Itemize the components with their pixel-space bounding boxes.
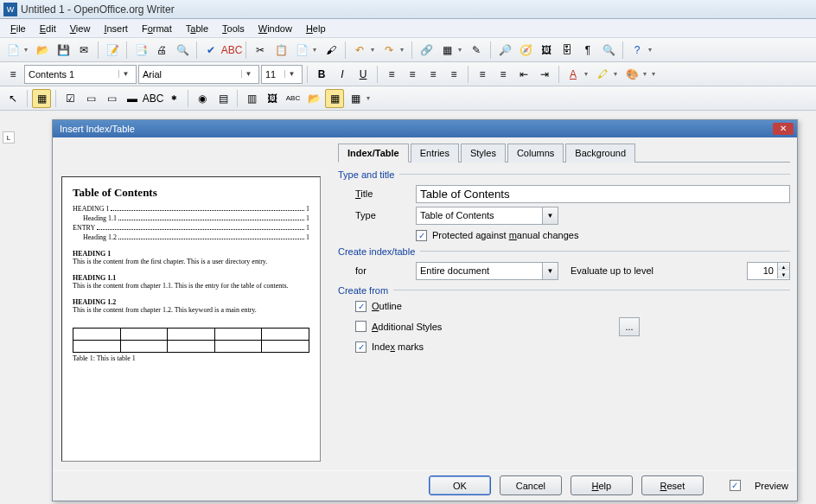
more-icon[interactable]: ▦ (346, 89, 365, 108)
menu-format[interactable]: Format (135, 22, 179, 35)
print-preview-icon[interactable]: 🔍 (173, 41, 192, 60)
tab-index-table[interactable]: Index/Table (338, 144, 409, 163)
highlight-dropdown[interactable]: ▾ (614, 70, 621, 78)
formatted-field-icon[interactable]: ▭ (102, 89, 121, 108)
additional-styles-checkbox[interactable] (355, 321, 367, 332)
format-paintbrush-icon[interactable]: 🖌 (322, 41, 341, 60)
styles-window-icon[interactable]: ≡ (3, 65, 22, 84)
cancel-button[interactable]: Cancel (500, 475, 562, 495)
select-icon[interactable]: ↖ (3, 89, 22, 108)
font-size-combo[interactable]: 11 ▼ (261, 65, 303, 84)
menu-window[interactable]: Window (252, 22, 299, 35)
highlight-icon[interactable]: 🖍 (593, 65, 612, 84)
index-marks-checkbox[interactable]: ✓ (355, 341, 367, 353)
menu-table[interactable]: Table (179, 22, 215, 35)
spinner-down-icon[interactable]: ▼ (777, 271, 789, 278)
outline-checkbox[interactable]: ✓ (355, 301, 367, 312)
underline-button[interactable]: U (354, 65, 373, 84)
reset-button[interactable]: Reset (641, 475, 704, 495)
tab-styles[interactable]: Styles (461, 144, 506, 163)
type-combo[interactable]: Table of Contents ▼ (416, 207, 558, 225)
form-design-icon[interactable]: ABC (284, 89, 303, 108)
toolbar-overflow[interactable]: ▾ (652, 70, 659, 78)
menu-tools[interactable]: Tools (215, 22, 252, 35)
ok-button[interactable]: OK (429, 475, 491, 495)
navigator-icon[interactable]: 🧭 (516, 41, 535, 60)
align-left-icon[interactable]: ≡ (382, 65, 401, 84)
tab-columns[interactable]: Columns (507, 144, 564, 163)
checkbox-control-icon[interactable]: ☑ (61, 89, 80, 108)
paragraph-style-combo[interactable]: Contents 1 ▼ (24, 65, 137, 84)
spinner-up-icon[interactable]: ▲ (777, 263, 789, 271)
gallery-icon[interactable]: 🖼 (537, 41, 556, 60)
email-icon[interactable]: ✉ (74, 41, 93, 60)
bullets-icon[interactable]: ≡ (494, 65, 513, 84)
edit-file-icon[interactable]: 📝 (103, 41, 122, 60)
increase-indent-icon[interactable]: ⇥ (535, 65, 554, 84)
redo-icon[interactable]: ↷ (379, 41, 398, 60)
font-name-combo[interactable]: Arial ▼ (138, 65, 259, 84)
bg-color-dropdown[interactable]: ▾ (643, 70, 650, 78)
bold-button[interactable]: B (312, 65, 331, 84)
paste-dropdown[interactable]: ▾ (313, 46, 320, 54)
tab-entries[interactable]: Entries (411, 144, 459, 163)
print-icon[interactable]: 🖨 (152, 41, 171, 60)
paste-icon[interactable]: 📄 (292, 41, 311, 60)
dialog-titlebar[interactable]: Insert Index/Table ✕ (53, 120, 797, 137)
design-mode-icon[interactable]: ▦ (32, 89, 51, 108)
chevron-down-icon[interactable]: ▼ (542, 263, 558, 279)
title-input[interactable] (416, 185, 790, 203)
radio-button-icon[interactable]: ◉ (193, 89, 212, 108)
zoom-icon[interactable]: 🔍 (599, 41, 618, 60)
textbox-control-icon[interactable]: ▭ (81, 89, 100, 108)
for-combo[interactable]: Entire document ▼ (416, 262, 558, 280)
menu-insert[interactable]: Insert (97, 22, 135, 35)
save-icon[interactable]: 💾 (54, 41, 73, 60)
redo-dropdown[interactable]: ▾ (400, 46, 407, 54)
find-icon[interactable]: 🔎 (495, 41, 514, 60)
new-doc-dropdown[interactable]: ▾ (24, 46, 31, 54)
pushbutton-icon[interactable]: ▬ (123, 89, 142, 108)
font-color-dropdown[interactable]: ▾ (584, 70, 591, 78)
chevron-down-icon[interactable]: ▼ (241, 70, 255, 78)
chevron-down-icon[interactable]: ▼ (542, 207, 558, 224)
preview-checkbox[interactable]: ✓ (730, 480, 741, 491)
numbering-icon[interactable]: ≡ (473, 65, 492, 84)
align-justify-icon[interactable]: ≡ (444, 65, 463, 84)
toolbar-overflow[interactable]: ▾ (367, 94, 373, 102)
font-color-icon[interactable]: A (564, 65, 583, 84)
spellcheck-icon[interactable]: ✔ (201, 41, 220, 60)
datasources-icon[interactable]: 🗄 (558, 41, 577, 60)
additional-styles-button[interactable]: ... (619, 317, 640, 336)
toolbar-overflow[interactable]: ▾ (648, 46, 655, 54)
chevron-down-icon[interactable]: ▼ (284, 70, 298, 78)
open-icon[interactable]: 📂 (33, 41, 52, 60)
undo-icon[interactable]: ↶ (350, 41, 369, 60)
listbox-icon[interactable]: ▤ (214, 89, 233, 108)
show-draw-icon[interactable]: ✎ (467, 41, 486, 60)
evaluate-level-spinner[interactable]: 10 ▲ ▼ (747, 262, 790, 280)
menu-view[interactable]: View (63, 22, 98, 35)
autospell-icon[interactable]: ABC (222, 41, 241, 60)
align-right-icon[interactable]: ≡ (424, 65, 443, 84)
hyperlink-icon[interactable]: 🔗 (417, 41, 436, 60)
pdf-export-icon[interactable]: 📑 (131, 41, 150, 60)
close-icon[interactable]: ✕ (773, 123, 794, 135)
tab-background[interactable]: Background (565, 144, 635, 163)
insert-table-dropdown[interactable]: ▾ (458, 46, 465, 54)
align-center-icon[interactable]: ≡ (403, 65, 422, 84)
protected-checkbox[interactable]: ✓ (416, 230, 427, 241)
combobox-icon[interactable]: ▥ (242, 89, 261, 108)
help-icon[interactable]: ? (628, 41, 647, 60)
more-controls-icon[interactable]: ✱ (164, 89, 183, 108)
undo-dropdown[interactable]: ▾ (371, 46, 378, 54)
new-doc-icon[interactable]: 📄 (3, 41, 22, 60)
chevron-down-icon[interactable]: ▼ (118, 70, 132, 78)
menu-edit[interactable]: Edit (33, 22, 63, 35)
file-selection-icon[interactable]: 📂 (304, 89, 323, 108)
menu-file[interactable]: File (3, 22, 33, 35)
menu-help[interactable]: Help (299, 22, 333, 35)
insert-table-icon[interactable]: ▦ (437, 41, 456, 60)
bg-color-icon[interactable]: 🎨 (622, 65, 641, 84)
label-control-icon[interactable]: ABC (143, 89, 163, 108)
